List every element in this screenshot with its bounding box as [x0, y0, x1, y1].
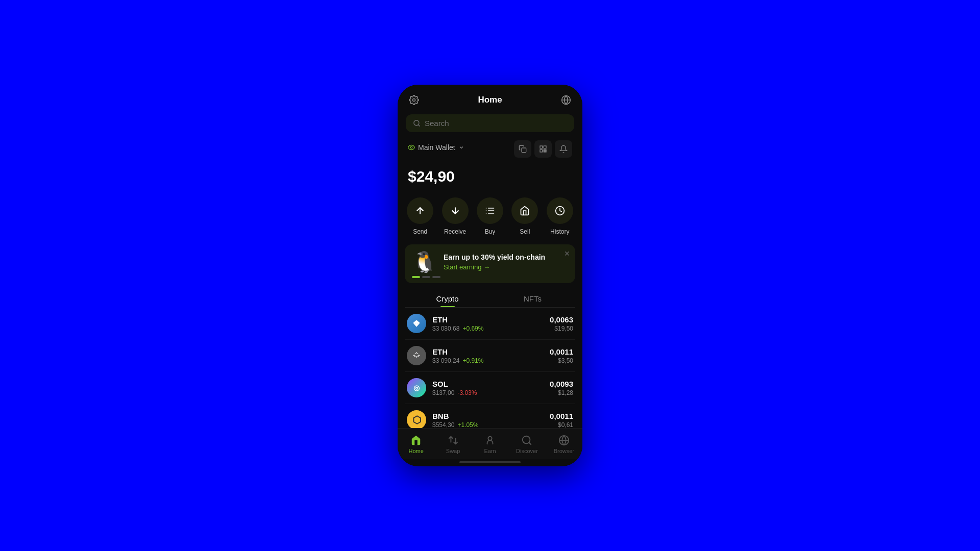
svg-point-29	[488, 437, 492, 440]
link-icon[interactable]	[560, 94, 572, 106]
svg-line-4	[418, 124, 420, 126]
crypto-value: $19,50	[550, 325, 573, 332]
sell-label: Sell	[520, 228, 530, 235]
swap-icon	[448, 435, 459, 446]
crypto-change: -3.03%	[457, 389, 477, 396]
crypto-qty: 0,0063	[550, 315, 573, 324]
crypto-qty: 0,0093	[550, 380, 573, 388]
search-icon	[413, 119, 421, 127]
list-item[interactable]: ETH $3 090,24 +0.91% 0,0011 $3,50	[405, 340, 575, 372]
svg-rect-10	[544, 149, 545, 151]
header: Home	[398, 85, 582, 111]
svg-rect-9	[540, 149, 543, 152]
banner-link[interactable]: Start earning →	[444, 263, 568, 271]
search-bar[interactable]	[406, 114, 574, 132]
tab-nfts[interactable]: NFTs	[490, 289, 575, 307]
home-nav-label: Home	[409, 448, 424, 454]
action-buttons: Send Receive Buy Sell History	[398, 191, 582, 242]
crypto-value: $1,28	[550, 389, 573, 396]
banner-dot-3	[432, 276, 440, 278]
search-input[interactable]	[425, 119, 567, 128]
eth-logo-1	[407, 314, 426, 333]
svg-point-0	[413, 99, 415, 102]
receive-label: Receive	[444, 228, 466, 235]
svg-rect-13	[545, 151, 546, 152]
home-icon	[410, 435, 422, 446]
crypto-name: ETH	[432, 315, 550, 324]
crypto-change: +0.91%	[462, 357, 483, 364]
list-item[interactable]: ⬡ BNB $554,30 +1.05% 0,0011 $0,61	[405, 404, 575, 428]
discover-nav-label: Discover	[516, 448, 538, 454]
eth-logo-2	[407, 346, 426, 365]
history-label: History	[550, 228, 569, 235]
browser-icon	[558, 435, 570, 446]
svg-line-31	[529, 442, 531, 444]
nav-earn[interactable]: Earn	[472, 433, 508, 456]
sol-logo: ◎	[407, 378, 426, 397]
qr-button[interactable]	[534, 140, 552, 158]
banner-close-button[interactable]: ✕	[564, 249, 570, 258]
bottom-nav: Home Swap Earn Discover Browser	[398, 428, 582, 459]
banner-emoji: 🐧	[412, 252, 437, 272]
browser-nav-label: Browser	[554, 448, 574, 454]
earn-banner: ✕ 🐧 Earn up to 30% yield on-chain Start …	[405, 244, 575, 283]
crypto-qty: 0,0011	[550, 347, 573, 356]
svg-rect-8	[544, 146, 546, 148]
buy-label: Buy	[485, 228, 496, 235]
asset-tabs: Crypto NFTs	[405, 289, 575, 308]
svg-point-5	[410, 146, 412, 148]
nav-swap[interactable]: Swap	[434, 433, 471, 456]
wallet-section: Main Wallet $24,90	[398, 138, 582, 191]
crypto-price: $3 080,68	[432, 325, 459, 332]
phone-container: Home Main Wallet	[398, 85, 582, 466]
crypto-price: $554,30	[432, 421, 454, 429]
bnb-amount: 0,0011 $0,61	[550, 412, 573, 429]
crypto-value: $3,50	[550, 357, 573, 364]
receive-button[interactable]: Receive	[442, 197, 469, 235]
nav-browser[interactable]: Browser	[546, 433, 582, 456]
earn-icon	[484, 435, 496, 446]
swap-nav-label: Swap	[446, 448, 460, 454]
settings-icon[interactable]	[408, 94, 420, 106]
copy-button[interactable]	[514, 140, 531, 158]
tab-crypto[interactable]: Crypto	[405, 289, 490, 307]
page-title: Home	[478, 95, 502, 105]
svg-rect-11	[545, 149, 546, 151]
crypto-name: SOL	[432, 380, 550, 388]
eth-amount-2: 0,0011 $3,50	[550, 347, 573, 364]
crypto-price: $137,00	[432, 389, 454, 396]
history-button[interactable]: History	[547, 197, 573, 235]
crypto-price: $3 090,24	[432, 357, 459, 364]
crypto-change: +0.69%	[462, 325, 483, 332]
crypto-list: ETH $3 080,68 +0.69% 0,0063 $19,50 ETH $…	[398, 308, 582, 428]
svg-rect-7	[540, 146, 543, 148]
list-item[interactable]: ETH $3 080,68 +0.69% 0,0063 $19,50	[405, 308, 575, 340]
list-item[interactable]: ◎ SOL $137,00 -3.03% 0,0093 $1,28	[405, 372, 575, 404]
svg-rect-6	[522, 148, 526, 153]
sol-info: SOL $137,00 -3.03%	[432, 380, 550, 396]
crypto-qty: 0,0011	[550, 412, 573, 420]
wallet-balance: $24,90	[408, 168, 572, 185]
nav-home[interactable]: Home	[398, 433, 434, 456]
discover-icon	[521, 435, 532, 446]
banner-dot-2	[422, 276, 430, 278]
sell-button[interactable]: Sell	[511, 197, 538, 235]
svg-rect-12	[544, 151, 545, 152]
nav-discover[interactable]: Discover	[508, 433, 545, 456]
crypto-value: $0,61	[550, 421, 573, 429]
buy-button[interactable]: Buy	[477, 197, 503, 235]
eth-amount-1: 0,0063 $19,50	[550, 315, 573, 332]
home-indicator	[459, 461, 521, 463]
send-button[interactable]: Send	[407, 197, 433, 235]
notifications-button[interactable]	[555, 140, 572, 158]
banner-dot-1	[412, 276, 420, 278]
crypto-name: ETH	[432, 347, 550, 356]
wallet-label: Main Wallet	[408, 143, 464, 152]
crypto-change: +1.05%	[457, 421, 478, 429]
eth-info-1: ETH $3 080,68 +0.69%	[432, 315, 550, 332]
eth-info-2: ETH $3 090,24 +0.91%	[432, 347, 550, 364]
bnb-info: BNB $554,30 +1.05%	[432, 412, 550, 429]
banner-dots	[412, 276, 568, 278]
sol-amount: 0,0093 $1,28	[550, 380, 573, 396]
crypto-name: BNB	[432, 412, 550, 420]
